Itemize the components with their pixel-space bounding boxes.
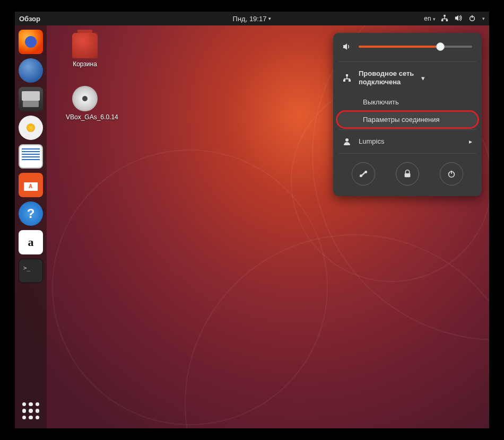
- svg-point-21: [365, 171, 367, 173]
- chevron-right-icon: ▸: [469, 138, 472, 145]
- app-terminal[interactable]: [19, 259, 43, 283]
- svg-rect-3: [444, 16, 445, 19]
- clock-label: Пнд, 19:17: [233, 15, 267, 23]
- app-firefox[interactable]: [19, 30, 43, 54]
- user-section[interactable]: Lumpics ▸: [333, 131, 482, 152]
- network-disconnect-item[interactable]: Выключить: [336, 93, 479, 111]
- app-rhythmbox[interactable]: [19, 116, 43, 140]
- launcher-dock: ? a: [15, 25, 47, 428]
- volume-icon: [455, 14, 463, 23]
- desktop-icon-label: VBox_GAs_6.0.14: [66, 113, 104, 121]
- show-applications-button[interactable]: [19, 399, 43, 423]
- app-amazon[interactable]: a: [19, 230, 43, 254]
- volume-row: [333, 33, 482, 60]
- svg-point-18: [345, 138, 349, 142]
- system-menu-popover: Проводное сеть подключена ▾ Выключить Па…: [333, 33, 482, 196]
- power-button[interactable]: [440, 162, 463, 186]
- divider: [338, 61, 476, 62]
- volume-slider-thumb[interactable]: [436, 42, 445, 51]
- app-files[interactable]: [19, 87, 43, 111]
- app-libreoffice-writer[interactable]: [19, 144, 43, 169]
- power-icon: [468, 14, 477, 23]
- volume-icon: [343, 42, 351, 51]
- lock-button[interactable]: [396, 162, 419, 186]
- disc-icon: [72, 86, 98, 111]
- language-indicator[interactable]: en ▾: [424, 15, 436, 22]
- app-ubuntu-software[interactable]: [19, 173, 43, 197]
- volume-slider[interactable]: [359, 46, 472, 48]
- volume-slider-fill: [359, 46, 440, 48]
- svg-rect-5: [442, 19, 442, 20]
- svg-rect-16: [344, 78, 345, 80]
- svg-rect-23: [405, 173, 411, 177]
- user-icon: [343, 137, 351, 146]
- app-help[interactable]: ?: [19, 201, 43, 226]
- user-name-label: Lumpics: [359, 137, 384, 145]
- svg-rect-15: [344, 78, 350, 80]
- divider: [338, 129, 476, 130]
- trash-icon: [72, 33, 98, 58]
- chevron-down-icon: ▾: [482, 16, 485, 21]
- svg-point-22: [360, 174, 362, 177]
- network-status-label: Проводное сеть подключена: [359, 69, 414, 87]
- svg-rect-17: [349, 78, 350, 80]
- svg-rect-4: [442, 19, 447, 19]
- network-wired-icon: [441, 14, 449, 23]
- clock[interactable]: Пнд, 19:17 ▾: [233, 15, 272, 23]
- desktop-icon-disc[interactable]: VBox_GAs_6.0.14: [66, 86, 104, 121]
- svg-marker-10: [343, 43, 347, 50]
- activities-button[interactable]: Обзор: [19, 15, 40, 23]
- network-wired-icon: [343, 74, 351, 82]
- status-area[interactable]: en ▾ ▾: [424, 14, 485, 23]
- desktop-icon-label: Корзина: [66, 60, 104, 68]
- svg-marker-7: [455, 15, 458, 21]
- app-thunderbird[interactable]: [19, 58, 43, 83]
- svg-rect-0: [444, 15, 446, 17]
- top-bar: Обзор Пнд, 19:17 ▾ en ▾ ▾: [15, 12, 489, 25]
- desktop: Обзор Пнд, 19:17 ▾ en ▾ ▾ ?: [15, 12, 489, 428]
- action-buttons-row: [333, 155, 482, 189]
- svg-rect-14: [346, 76, 347, 78]
- svg-rect-6: [447, 19, 447, 20]
- network-section-header[interactable]: Проводное сеть подключена ▾: [333, 63, 482, 93]
- svg-rect-11: [346, 74, 348, 76]
- divider: [338, 153, 476, 154]
- chevron-down-icon: ▾: [268, 16, 271, 21]
- desktop-icon-trash[interactable]: Корзина: [66, 33, 104, 68]
- chevron-down-icon: ▾: [421, 74, 425, 82]
- settings-button[interactable]: [352, 162, 375, 186]
- network-settings-item[interactable]: Параметры соединения: [336, 111, 479, 128]
